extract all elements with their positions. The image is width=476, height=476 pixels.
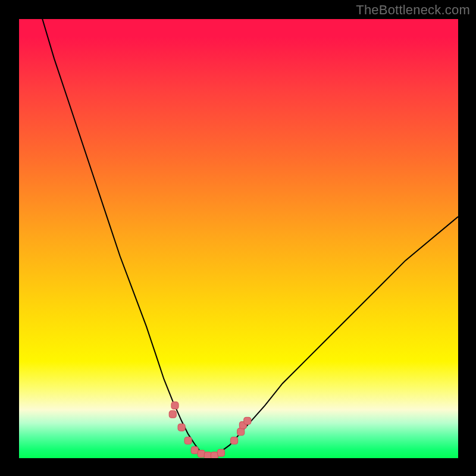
- bottleneck-curve-svg: [19, 19, 458, 458]
- valley-marker: [211, 452, 218, 458]
- valley-marker: [178, 424, 185, 431]
- watermark-label: TheBottleneck.com: [356, 2, 470, 18]
- valley-marker: [204, 452, 211, 458]
- valley-marker: [169, 411, 176, 418]
- plot-area: [19, 19, 458, 458]
- valley-marker: [171, 402, 178, 409]
- valley-marker: [198, 450, 205, 458]
- valley-marker: [237, 428, 245, 436]
- valley-marker: [218, 449, 225, 456]
- valley-marker: [244, 417, 251, 424]
- valley-marker: [231, 437, 238, 444]
- valley-marker: [184, 437, 192, 444]
- bottleneck-curve-path: [41, 19, 458, 456]
- valley-markers-group: [169, 402, 251, 458]
- chart-frame: TheBottleneck.com: [0, 0, 476, 476]
- valley-marker: [191, 447, 198, 454]
